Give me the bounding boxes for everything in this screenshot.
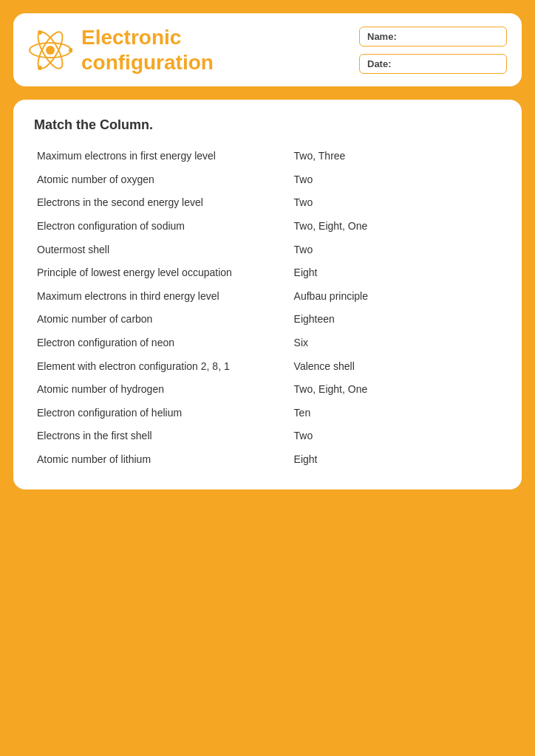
- left-cell: Electrons in the first shell: [34, 425, 291, 448]
- table-row: Outermost shellTwo: [34, 238, 501, 262]
- svg-point-5: [38, 30, 42, 35]
- header-card: Electronic configuration Name: Date:: [13, 13, 522, 86]
- name-date-area: Name: Date:: [359, 27, 507, 74]
- logo-area: Electronic configuration: [28, 25, 214, 75]
- right-cell: Two: [291, 425, 501, 448]
- title-block: Electronic configuration: [81, 25, 214, 75]
- svg-point-0: [46, 46, 55, 55]
- left-cell: Atomic number of hydrogen: [34, 378, 291, 402]
- left-cell: Atomic number of oxygen: [34, 168, 291, 192]
- right-cell: Ten: [291, 402, 501, 425]
- svg-point-4: [69, 48, 72, 52]
- table-row: Maximum electrons in third energy levelA…: [34, 285, 501, 309]
- title-line2: configuration: [81, 51, 214, 74]
- svg-point-6: [38, 66, 42, 70]
- table-row: Principle of lowest energy level occupat…: [34, 261, 501, 285]
- name-field[interactable]: Name:: [359, 27, 507, 47]
- left-cell: Atomic number of carbon: [34, 308, 291, 331]
- right-cell: Two: [291, 191, 501, 215]
- left-cell: Outermost shell: [34, 238, 291, 262]
- table-row: Electron configuration of sodiumTwo, Eig…: [34, 215, 501, 238]
- table-row: Atomic number of hydrogenTwo, Eight, One: [34, 378, 501, 402]
- name-label: Name:: [367, 31, 397, 42]
- table-row: Electrons in the second energy levelTwo: [34, 191, 501, 215]
- left-cell: Atomic number of lithium: [34, 448, 291, 472]
- title-text: Electronic configuration: [81, 25, 214, 75]
- left-cell: Electron configuration of sodium: [34, 215, 291, 238]
- main-card: Match the Column. Maximum electrons in f…: [13, 100, 522, 489]
- right-cell: Valence shell: [291, 355, 501, 379]
- left-cell: Electron configuration of neon: [34, 331, 291, 355]
- right-cell: Two, Three: [291, 145, 501, 168]
- right-cell: Eight: [291, 261, 501, 285]
- atom-icon: [28, 28, 72, 72]
- table-row: Element with electron configuration 2, 8…: [34, 355, 501, 379]
- left-cell: Maximum electrons in third energy level: [34, 285, 291, 309]
- section-title: Match the Column.: [34, 117, 501, 133]
- right-cell: Two: [291, 238, 501, 262]
- right-cell: Two, Eight, One: [291, 378, 501, 402]
- title-line1: Electronic: [81, 26, 181, 49]
- table-row: Atomic number of oxygenTwo: [34, 168, 501, 192]
- left-cell: Electrons in the second energy level: [34, 191, 291, 215]
- right-cell: Aufbau principle: [291, 285, 501, 309]
- left-cell: Element with electron configuration 2, 8…: [34, 355, 291, 379]
- right-cell: Six: [291, 331, 501, 355]
- date-label: Date:: [367, 58, 392, 69]
- table-row: Electron configuration of heliumTen: [34, 402, 501, 425]
- table-row: Atomic number of carbonEighteen: [34, 308, 501, 331]
- left-cell: Principle of lowest energy level occupat…: [34, 261, 291, 285]
- main-card-wrapper: Match the Column. Maximum electrons in f…: [13, 100, 522, 489]
- table-row: Electron configuration of neonSix: [34, 331, 501, 355]
- left-cell: Maximum electrons in first energy level: [34, 145, 291, 168]
- date-field[interactable]: Date:: [359, 54, 507, 74]
- right-cell: Two, Eight, One: [291, 215, 501, 238]
- left-cell: Electron configuration of helium: [34, 402, 291, 425]
- table-row: Atomic number of lithiumEight: [34, 448, 501, 472]
- right-cell: Eight: [291, 448, 501, 472]
- table-row: Electrons in the first shellTwo: [34, 425, 501, 448]
- right-cell: Two: [291, 168, 501, 192]
- table-row: Maximum electrons in first energy levelT…: [34, 145, 501, 168]
- right-cell: Eighteen: [291, 308, 501, 331]
- match-table: Maximum electrons in first energy levelT…: [34, 145, 501, 471]
